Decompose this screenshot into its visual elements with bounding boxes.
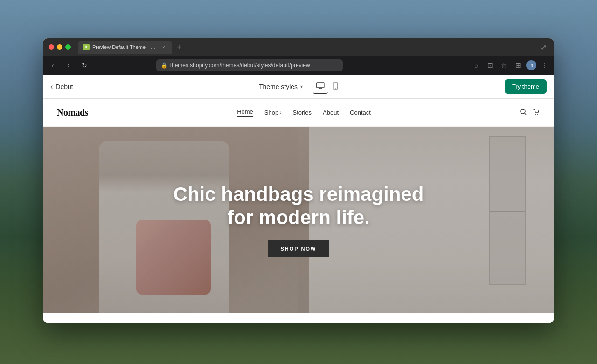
minimize-window-button[interactable]	[57, 44, 62, 50]
new-tab-button[interactable]: +	[174, 41, 185, 53]
back-arrow-icon: ‹	[50, 82, 53, 91]
svg-rect-0	[317, 83, 324, 88]
desktop-view-button[interactable]	[313, 79, 328, 94]
browser-window: S Preview Default Theme - Debu × + ⤢ ‹ ›…	[43, 38, 554, 323]
theme-styles-button[interactable]: Theme styles ▾	[254, 80, 307, 93]
tab-favicon: S	[83, 44, 90, 50]
hero-content: Chic handbags reimagined for modern life…	[43, 127, 554, 313]
cart-icon[interactable]	[533, 108, 540, 117]
preview-area[interactable]: Nomads Home Shop › Stories About Contact	[43, 99, 554, 323]
bookmark-icon[interactable]: ☆	[498, 59, 510, 71]
tab-bar: S Preview Default Theme - Debu × +	[78, 41, 535, 54]
traffic-lights	[49, 44, 71, 50]
try-theme-button[interactable]: Try theme	[505, 79, 547, 94]
editor-toolbar: ‹ Debut Theme styles ▾	[43, 75, 554, 99]
search-icon[interactable]: ⌕	[470, 59, 482, 71]
toolbar-icons: ⌕ ⊡ ☆ ⊞ In ⋮	[470, 59, 550, 71]
address-bar: ‹ › ↻ 🔒 themes.shopify.com/themes/debut/…	[43, 56, 554, 75]
svg-line-7	[525, 113, 526, 115]
close-window-button[interactable]	[49, 44, 54, 50]
mobile-view-button[interactable]	[328, 79, 343, 94]
title-bar-right: ⤢	[539, 41, 548, 54]
svg-point-5	[335, 88, 336, 89]
extensions-icon[interactable]: ⊞	[512, 59, 524, 71]
active-tab[interactable]: S Preview Default Theme - Debu ×	[78, 41, 172, 54]
svg-point-8	[535, 114, 536, 115]
back-button[interactable]: ‹	[47, 59, 59, 71]
shop-now-button[interactable]: SHOP NOW	[268, 240, 330, 257]
more-menu-icon[interactable]: ⋮	[538, 59, 550, 71]
theme-editor: ‹ Debut Theme styles ▾	[43, 75, 554, 323]
nav-item-home[interactable]: Home	[237, 108, 253, 117]
shop-chevron-icon: ›	[280, 110, 281, 115]
hero-title: Chic handbags reimagined for modern life…	[159, 183, 438, 230]
editor-center-controls: Theme styles ▾	[254, 79, 343, 95]
preview-frame: Nomads Home Shop › Stories About Contact	[43, 99, 554, 323]
nav-item-shop[interactable]: Shop ›	[264, 109, 282, 116]
maximize-window-button[interactable]	[65, 44, 71, 50]
avatar[interactable]: In	[526, 60, 536, 70]
store-logo: Nomads	[57, 107, 88, 118]
forward-button[interactable]: ›	[62, 59, 75, 71]
address-field[interactable]: 🔒 themes.shopify.com/themes/debut/styles…	[156, 59, 343, 71]
title-bar: S Preview Default Theme - Debu × + ⤢	[43, 38, 554, 56]
nav-item-about[interactable]: About	[323, 109, 339, 116]
theme-styles-label: Theme styles	[259, 83, 298, 90]
viewport-buttons	[313, 79, 343, 95]
chevron-down-icon: ▾	[300, 84, 303, 89]
back-label: Debut	[56, 83, 73, 90]
fullscreen-button[interactable]: ⤢	[539, 41, 548, 54]
nav-item-stories[interactable]: Stories	[293, 109, 312, 116]
tab-close-button[interactable]: ×	[160, 44, 167, 50]
svg-point-6	[521, 109, 525, 114]
nav-item-contact[interactable]: Contact	[350, 109, 371, 116]
tab-title: Preview Default Theme - Debu	[92, 44, 158, 50]
store-header-icons	[520, 108, 540, 117]
back-to-themes-button[interactable]: ‹ Debut	[50, 82, 73, 91]
svg-point-9	[537, 114, 538, 115]
refresh-button[interactable]: ↻	[78, 59, 90, 71]
store-nav: Home Shop › Stories About Contact	[237, 108, 371, 117]
lock-icon: 🔒	[161, 62, 167, 69]
search-store-icon[interactable]	[520, 108, 527, 117]
address-text: themes.shopify.com/themes/debut/styles/d…	[170, 62, 310, 69]
store-header: Nomads Home Shop › Stories About Contact	[43, 99, 554, 127]
hero-section: Chic handbags reimagined for modern life…	[43, 127, 554, 313]
cast-icon[interactable]: ⊡	[484, 59, 496, 71]
